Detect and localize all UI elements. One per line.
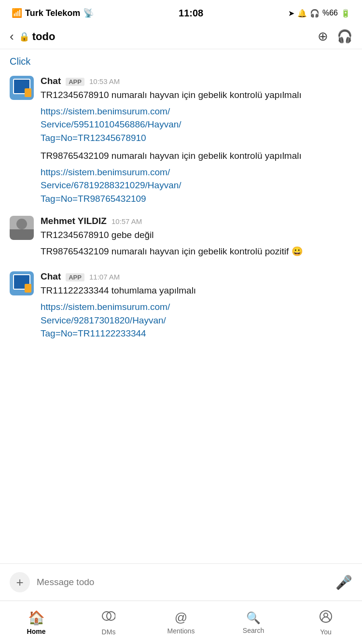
- microphone-button[interactable]: 🎤: [335, 574, 352, 590]
- message-body: TR11122233344 tohumlama yapılmalı https:…: [41, 284, 352, 340]
- message-content: Mehmet YILDIZ 10:57 AM TR12345678910 geb…: [41, 216, 352, 261]
- mentions-label: Mentions: [167, 627, 195, 635]
- you-icon: [319, 610, 333, 626]
- link-2[interactable]: https://sistem.benimsurum.com/Service/67…: [41, 166, 352, 206]
- text-block: TR11122233344 tohumlama yapılmalı: [41, 284, 352, 297]
- timestamp: 10:53 AM: [89, 77, 120, 85]
- message-body: TR12345678910 numaralı hayvan için gebel…: [41, 88, 352, 205]
- you-label: You: [320, 628, 332, 636]
- alarm-icon: 🔔: [297, 9, 307, 18]
- message-body: TR12345678910 gebe değil TR98765432109 n…: [41, 228, 352, 258]
- text-block: TR12345678910 numaralı hayvan için gebel…: [41, 88, 352, 102]
- home-label: Home: [27, 628, 46, 635]
- timestamp: 11:07 AM: [89, 273, 120, 281]
- text-block-2: TR98765432109 numaralı hayvan için gebel…: [41, 149, 352, 163]
- home-icon: 🏠: [28, 610, 45, 626]
- sender-name: Chat: [41, 76, 61, 86]
- status-icons: ➤ 🔔 🎧 %66 🔋: [288, 9, 350, 18]
- message-item: Chat APP 10:53 AM TR12345678910 numaralı…: [0, 73, 362, 208]
- channel-header: ‹ 🔒 todo ⊕ 🎧: [0, 24, 362, 49]
- message-header: Mehmet YILDIZ 10:57 AM: [41, 216, 352, 226]
- status-bar: 📶 Turk Telekom 📡 11:08 ➤ 🔔 🎧 %66 🔋: [0, 0, 362, 24]
- text-block-2: TR98765432109 numaralı hayvan için gebel…: [41, 245, 352, 258]
- app-icon-tab: [25, 88, 31, 97]
- carrier-name: Turk Telekom: [25, 8, 80, 18]
- app-icon-tab: [25, 284, 31, 293]
- click-link[interactable]: Click: [0, 54, 362, 73]
- nav-search[interactable]: 🔍 Search: [217, 611, 290, 634]
- sender-name: Chat: [41, 271, 61, 282]
- search-label: Search: [243, 627, 264, 634]
- headphones-icon[interactable]: 🎧: [337, 29, 352, 44]
- carrier-info: 📶 Turk Telekom 📡: [12, 8, 94, 18]
- nav-dms[interactable]: DMs: [72, 609, 145, 636]
- nav-home[interactable]: 🏠 Home: [0, 610, 72, 635]
- message-item: Chat APP 11:07 AM TR11122233344 tohumlam…: [0, 268, 362, 354]
- link-3[interactable]: https://sistem.benimsurum.com/Service/92…: [41, 300, 352, 340]
- header-left: ‹ 🔒 todo: [10, 29, 55, 44]
- mentions-icon: @: [175, 610, 187, 625]
- message-content: Chat APP 11:07 AM TR11122233344 tohumlam…: [41, 271, 352, 340]
- battery-level: %66: [322, 9, 338, 17]
- nav-you[interactable]: You: [290, 610, 362, 636]
- bottom-navigation: 🏠 Home DMs @ Mentions 🔍 Search You: [0, 601, 362, 644]
- lock-icon: 🔒: [19, 31, 29, 42]
- input-bar: + 🎤: [0, 563, 362, 601]
- message-item: Mehmet YILDIZ 10:57 AM TR12345678910 geb…: [0, 213, 362, 264]
- attachment-button[interactable]: +: [10, 572, 30, 592]
- dms-label: DMs: [102, 628, 116, 636]
- message-header: Chat APP 10:53 AM: [41, 76, 352, 86]
- battery-icon: 🔋: [341, 9, 350, 18]
- headphone-icon: 🎧: [310, 9, 320, 18]
- back-button[interactable]: ‹: [10, 29, 14, 44]
- location-icon: ➤: [288, 9, 294, 18]
- message-content: Chat APP 10:53 AM TR12345678910 numaralı…: [41, 76, 352, 205]
- app-avatar: [10, 76, 34, 100]
- wifi-icon: 📡: [83, 8, 94, 18]
- link-1[interactable]: https://sistem.benimsurum.com/Service/59…: [41, 105, 352, 145]
- app-badge: APP: [66, 78, 84, 86]
- search-icon: 🔍: [246, 611, 261, 625]
- svg-point-3: [324, 613, 328, 617]
- text-block: TR12345678910 gebe değil: [41, 228, 352, 242]
- app-avatar: [10, 271, 34, 295]
- channel-name-text: todo: [32, 30, 56, 43]
- sender-name: Mehmet YILDIZ: [41, 216, 107, 226]
- app-badge: APP: [66, 273, 84, 281]
- nav-mentions[interactable]: @ Mentions: [145, 610, 217, 635]
- dms-icon: [102, 609, 115, 626]
- timestamp: 10:57 AM: [111, 217, 142, 225]
- channel-title: 🔒 todo: [19, 30, 56, 43]
- clock: 11:08: [179, 8, 203, 19]
- person-avatar: [10, 216, 34, 240]
- signal-icon: 📶: [12, 8, 22, 18]
- new-note-icon[interactable]: ⊕: [318, 29, 328, 44]
- chat-area: Click Chat APP 10:53 AM TR12345678910 nu…: [0, 49, 362, 360]
- message-input[interactable]: [37, 571, 329, 594]
- message-header: Chat APP 11:07 AM: [41, 271, 352, 282]
- header-right: ⊕ 🎧: [318, 29, 352, 44]
